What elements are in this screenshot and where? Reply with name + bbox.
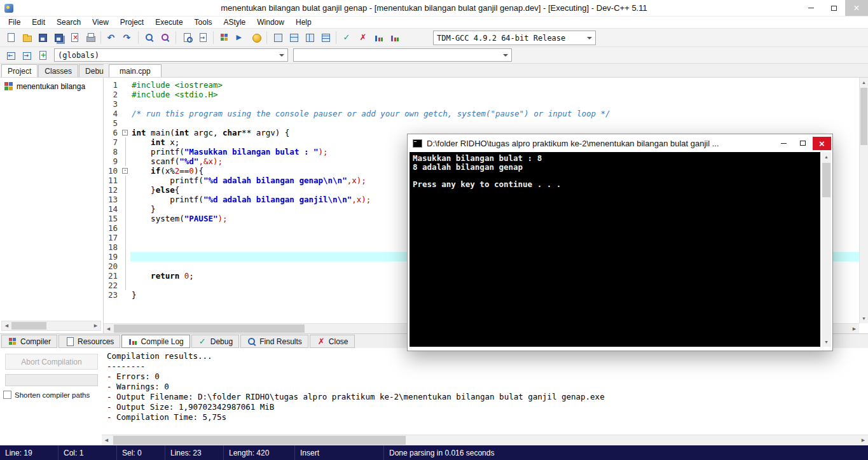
new-file-button[interactable]: [3, 30, 18, 46]
console-minimize-button[interactable]: [775, 137, 793, 150]
scroll-left-icon[interactable]: [104, 324, 113, 333]
editor-vscrollbar[interactable]: [859, 78, 868, 323]
tab-project[interactable]: Project: [1, 64, 38, 77]
tab-label: Resources: [78, 337, 114, 346]
scroll-up-icon[interactable]: [860, 78, 868, 87]
menu-item-project[interactable]: Project: [114, 17, 149, 27]
find-button[interactable]: [141, 30, 157, 46]
view-debug-button[interactable]: [301, 30, 317, 46]
status-segment-1: Col: 1: [59, 445, 117, 460]
print-button[interactable]: [82, 30, 98, 46]
view-compile-button[interactable]: [286, 30, 301, 46]
scroll-down-icon[interactable]: [860, 314, 868, 323]
tree-item[interactable]: menentukan bilanga: [0, 78, 103, 91]
scrollbar-thumb[interactable]: [113, 436, 406, 445]
tab-classes[interactable]: Classes: [38, 64, 78, 77]
close-file-button[interactable]: [66, 30, 82, 46]
editor-line: 1#include <iostream>: [104, 80, 859, 90]
editor-tabs: main.cpp: [109, 64, 162, 77]
editor-tab-main.cpp[interactable]: main.cpp: [109, 64, 162, 77]
compiler-combo[interactable]: TDM-GCC 4.9.2 64-bit Release: [433, 31, 596, 45]
menu-item-search[interactable]: Search: [51, 17, 86, 27]
shorten-paths-checkbox[interactable]: Shorten compiler paths: [3, 391, 90, 399]
status-segment-4: Length: 420: [224, 445, 295, 460]
view-project-button[interactable]: [270, 30, 286, 46]
goto-definition-button[interactable]: [18, 47, 34, 63]
project-panel-hscrollbar[interactable]: [1, 321, 101, 331]
format-button[interactable]: [248, 30, 264, 46]
console-close-button[interactable]: [813, 137, 831, 150]
scrollbar-thumb[interactable]: [114, 324, 305, 333]
menu-item-edit[interactable]: Edit: [26, 17, 51, 27]
line-number: 23: [104, 290, 121, 300]
run-button[interactable]: [232, 30, 248, 46]
console-maximize-button[interactable]: [794, 137, 812, 150]
compile-button[interactable]: [216, 30, 232, 46]
tab-resources[interactable]: Resources: [59, 335, 120, 348]
scroll-left-icon[interactable]: [102, 435, 111, 445]
scroll-left-icon[interactable]: [2, 321, 11, 330]
log-hscrollbar[interactable]: [102, 435, 868, 445]
view-report-button[interactable]: [317, 30, 333, 46]
main-toolbar: TDM-GCC 4.9.2 64-bit Release: [0, 28, 868, 47]
insert-snippet-button[interactable]: [34, 47, 50, 63]
profile-button[interactable]: [371, 30, 387, 46]
menu-item-help[interactable]: Help: [290, 17, 317, 27]
maximize-button[interactable]: [822, 0, 845, 16]
tab-find-results[interactable]: Find Results: [240, 335, 308, 348]
profiling-analysis-button[interactable]: [387, 30, 403, 46]
undo-button[interactable]: [104, 30, 120, 46]
menu-item-view[interactable]: View: [86, 17, 114, 27]
minimize-button[interactable]: [799, 0, 822, 16]
scrollbar-thumb[interactable]: [11, 322, 46, 330]
fold-margin: [121, 176, 130, 185]
console-title-bar[interactable]: D:\folder RIDHO\tugas alpro praktikum ke…: [408, 134, 832, 152]
menu-item-window[interactable]: Window: [251, 17, 290, 27]
fold-margin: [121, 137, 130, 147]
redo-button[interactable]: [120, 30, 135, 46]
tab-debug[interactable]: Debug: [191, 335, 239, 348]
save-all-icon: [53, 32, 64, 43]
save-all-button[interactable]: [50, 30, 66, 46]
abort-compilation-button[interactable]: [355, 30, 371, 46]
scrollbar-thumb[interactable]: [860, 88, 867, 145]
menu-item-astyle[interactable]: AStyle: [218, 17, 252, 27]
save-button[interactable]: [34, 30, 50, 46]
goto-declaration-button[interactable]: [3, 47, 18, 63]
fold-margin: [121, 80, 130, 90]
goto-line-button[interactable]: [195, 30, 210, 46]
menu-item-execute[interactable]: Execute: [149, 17, 188, 27]
globals-combo[interactable]: (globals): [54, 48, 288, 62]
line-number: 4: [104, 109, 121, 118]
project-icon: [4, 81, 13, 91]
fold-toggle-icon[interactable]: [122, 130, 128, 136]
menu-item-tools[interactable]: Tools: [189, 17, 218, 27]
syntax-check-button[interactable]: [339, 30, 355, 46]
close-button[interactable]: [845, 0, 868, 16]
members-combo[interactable]: [293, 48, 512, 62]
app-icon: [4, 3, 14, 13]
status-bar: Line: 19Col: 1Sel: 0Lines: 23Length: 420…: [0, 445, 868, 460]
menu-item-file[interactable]: File: [3, 17, 26, 27]
scroll-right-icon[interactable]: [91, 321, 100, 330]
log-line: - Output Filename: D:\folder RIDHO\tugas…: [107, 392, 863, 402]
scroll-down-icon[interactable]: [822, 337, 831, 347]
tab-compile-log[interactable]: Compile Log: [121, 335, 189, 348]
scroll-right-icon[interactable]: [858, 435, 868, 445]
abort-compilation-button[interactable]: Abort Compilation: [5, 354, 98, 370]
open-button[interactable]: [18, 30, 34, 46]
scroll-right-icon[interactable]: [850, 324, 859, 333]
fold-toggle-icon[interactable]: [122, 168, 128, 174]
console-vscrollbar[interactable]: [822, 152, 831, 347]
line-number: 15: [104, 214, 121, 223]
find-next-button[interactable]: [179, 30, 195, 46]
title-bar[interactable]: menentukan bilangan bulat ganjil genap -…: [0, 0, 868, 17]
scroll-up-icon[interactable]: [822, 152, 831, 162]
console-output[interactable]: Masukkan bilangan bulat : 88 adalah bila…: [410, 152, 820, 347]
replace-button[interactable]: [157, 30, 173, 46]
tab-label: Find Results: [259, 337, 302, 346]
tab-compiler[interactable]: Compiler: [1, 335, 57, 348]
checkbox-icon[interactable]: [3, 391, 11, 399]
tab-close[interactable]: Close: [310, 335, 355, 348]
scrollbar-thumb[interactable]: [822, 163, 830, 197]
